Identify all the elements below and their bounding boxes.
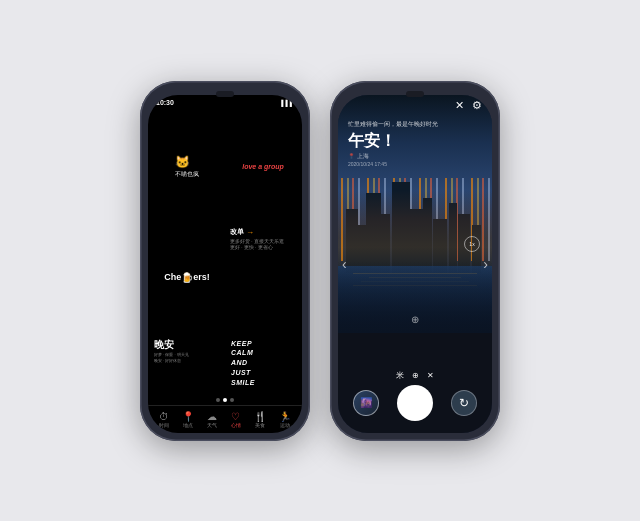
edit-icon[interactable]: ⊕ <box>412 371 419 380</box>
overlay-location: 📍 上海 <box>348 153 482 160</box>
camera-switch-button[interactable]: ↻ <box>451 390 477 416</box>
shutter-button[interactable] <box>397 385 433 421</box>
clock-icon: ⏱ <box>159 411 169 422</box>
water-lines <box>338 273 492 320</box>
right-screen: ✕ ⚙ 忙里难得偷一闲，最是午晚好时光 午安！ 📍 上海 2020/10/24 … <box>338 95 492 433</box>
camera-bottom-icons: 米 ⊕ ✕ <box>396 370 434 381</box>
signal-icon: ▌▌▌ <box>281 100 294 106</box>
prev-arrow[interactable]: ‹ <box>342 256 347 272</box>
cell2-text: love a group <box>242 163 284 170</box>
nav-label-time: 时间 <box>159 423 169 428</box>
nav-item-mood[interactable]: ♡ 心情 <box>231 411 241 428</box>
keep-calm-text: KEEP CALM AND JUST SMILE <box>231 339 255 388</box>
nav-label-weather: 天气 <box>207 423 217 428</box>
grid-cell-2[interactable]: love a group <box>226 113 300 222</box>
beer-icon: 🍺 <box>181 272 193 283</box>
grid-cell-3[interactable]: Che 🍺 ers! <box>150 223 224 332</box>
status-time: 10:30 <box>156 99 174 106</box>
nav-item-time[interactable]: ⏱ 时间 <box>159 411 169 428</box>
cat-icon: 🐱 <box>175 155 190 169</box>
gallery-thumb[interactable]: 🌆 <box>353 390 379 416</box>
grid-cell-4[interactable]: 改单 → 更多好货 · 直接天天乐逛 更好 · 更快 · 更省心 <box>226 223 300 332</box>
grid-cell-5[interactable]: 晚安 好梦 · 保重 · 明天见 晚安 · 好好休息 <box>150 334 224 393</box>
nav-item-sport[interactable]: 🏃 运动 <box>279 411 291 428</box>
camera-top-bar: ✕ ⚙ <box>338 95 492 117</box>
pagination <box>148 395 302 405</box>
weather-icon: ☁ <box>207 411 217 422</box>
page-dot-3[interactable] <box>230 398 234 402</box>
camera-controls: 米 ⊕ ✕ 🌆 ↻ <box>338 333 492 433</box>
content-grid: 🐱 不喵也疯 love a group Che 🍺 ers! <box>148 111 302 395</box>
left-phone: 10:30 ▌▌▌ 🐱 不喵也疯 <box>140 81 310 441</box>
heart-icon: ♡ <box>231 411 240 422</box>
food-icon: 🍴 <box>254 411 266 422</box>
arrow-icon: → <box>246 228 254 237</box>
nav-label-location: 地点 <box>183 423 193 428</box>
pin-icon: 📍 <box>348 153 355 159</box>
overlay-main-text: 午安！ <box>348 131 482 152</box>
shutter-row: 🌆 ↻ <box>353 385 477 421</box>
nav-item-location[interactable]: 📍 地点 <box>182 411 194 428</box>
overlay-date: 2020/10/24 17:45 <box>348 161 482 167</box>
change-sub: 更多好货 · 直接天天乐逛 更好 · 更快 · 更省心 <box>230 239 284 252</box>
page-dot-1[interactable] <box>216 398 220 402</box>
photo-overlay: 忙里难得偷一闲，最是午晚好时光 午安！ 📍 上海 2020/10/24 17:4… <box>348 120 482 167</box>
nav-item-food[interactable]: 🍴 美食 <box>254 411 266 428</box>
night-main: 晚安 <box>154 338 174 352</box>
overlay-subtitle: 忙里难得偷一闲，最是午晚好时光 <box>348 120 482 129</box>
night-sub: 好梦 · 保重 · 明天见 晚安 · 好好休息 <box>154 352 189 364</box>
cheers-prefix: Che <box>164 272 181 282</box>
cheers-suffix: ers! <box>193 272 210 282</box>
filter-icon[interactable]: 米 <box>396 370 404 381</box>
next-arrow[interactable]: › <box>483 256 488 272</box>
location-icon: 📍 <box>182 411 194 422</box>
grid-cell-6[interactable]: KEEP CALM AND JUST SMILE <box>226 334 300 393</box>
cell1-text: 不喵也疯 <box>175 171 199 179</box>
nav-item-weather[interactable]: ☁ 天气 <box>207 411 217 428</box>
close-icon[interactable]: ✕ <box>427 371 434 380</box>
left-screen: 10:30 ▌▌▌ 🐱 不喵也疯 <box>148 95 302 433</box>
nav-label-food: 美食 <box>255 423 265 428</box>
change-label: 改单 <box>230 227 244 237</box>
grid-cell-1[interactable]: 🐱 不喵也疯 <box>150 113 224 222</box>
left-status-bar: 10:30 ▌▌▌ <box>148 95 302 111</box>
run-icon: 🏃 <box>279 411 291 422</box>
nav-label-mood: 心情 <box>231 423 241 428</box>
status-icons: ▌▌▌ <box>281 100 294 106</box>
settings-icon[interactable]: ⚙ <box>472 99 482 112</box>
flash-off-icon[interactable]: ✕ <box>455 99 464 112</box>
bottom-nav: ⏱ 时间 📍 地点 ☁ 天气 ♡ 心情 <box>148 405 302 433</box>
page-dot-2[interactable] <box>223 398 227 402</box>
location-text: 上海 <box>357 153 369 160</box>
right-phone: ✕ ⚙ 忙里难得偷一闲，最是午晚好时光 午安！ 📍 上海 2020/10/24 … <box>330 81 500 441</box>
nav-label-sport: 运动 <box>280 423 290 428</box>
level-indicator: ⊕ <box>411 314 419 325</box>
